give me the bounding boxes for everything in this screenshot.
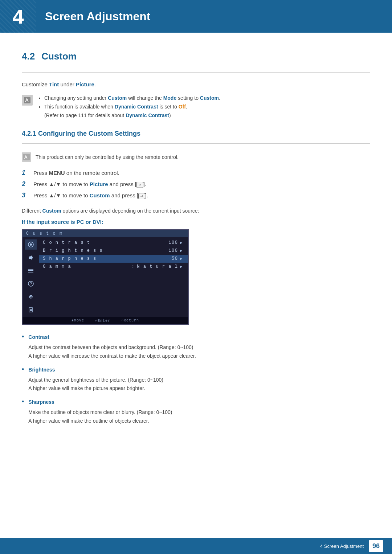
pencil-icon [23, 96, 31, 104]
menu-icons-column: ? [23, 237, 39, 317]
section-divider [22, 72, 370, 73]
footer-page-number: 96 [369, 540, 383, 552]
tint-keyword: Tint [49, 81, 59, 87]
sound-icon [27, 254, 34, 261]
picture-icon [27, 241, 34, 248]
section-heading: 4.2 Custom [22, 51, 370, 62]
menu-contrast-value: 100 ▶ [168, 240, 183, 245]
menu-contrast-arrow: ▶ [180, 241, 183, 245]
different-options-text: Different Custom options are displayed d… [22, 208, 370, 214]
info-icon [27, 306, 34, 313]
svg-rect-14 [30, 310, 32, 311]
menu-sharpness-value: 50 ▶ [172, 256, 183, 261]
menu-footer: ♦Move ⏎Enter ○Return [23, 317, 188, 324]
bullet-brightness-line1: Adjust the general brightness of the pic… [28, 376, 163, 385]
menu-icon-sound [25, 253, 37, 263]
svg-point-3 [30, 243, 32, 246]
footer-text: 4 Screen Adjustment [320, 543, 364, 549]
menu-brightness-arrow: ▶ [180, 249, 183, 253]
svg-rect-6 [28, 270, 33, 271]
menu-icon-picture [25, 239, 37, 250]
menu-gamma-text: N a t u r a l [137, 264, 178, 269]
menu-brightness-number: 100 [168, 248, 178, 253]
step-2-text: Press ▲/▼ to move to Picture and press [… [33, 181, 146, 188]
svg-rect-4 [29, 257, 30, 259]
bullet-contrast-line1: Adjust the contrast between the objects … [28, 343, 196, 352]
menu-gamma-colon: : [132, 264, 135, 269]
section-title: Custom [41, 51, 77, 62]
chapter-number: 4 [12, 5, 24, 28]
intro-paragraph: Customize Tint under Picture. [22, 81, 370, 87]
bullet-dot-contrast: • [22, 333, 24, 360]
chapter-number-box: 4 [0, 0, 36, 33]
menu-contrast-label: C o n t r a s t [43, 240, 90, 245]
bullet-items: • Contrast Adjust the contrast between t… [22, 333, 370, 425]
bullet-contrast-content: Contrast Adjust the contrast between the… [28, 333, 196, 360]
subsection-heading: 4.2.1 Configuring the Custom Settings [22, 130, 370, 138]
note-item-2: This function is available when Dynamic … [44, 103, 220, 120]
bullet-sharpness-line1: Make the outline of objects more clear o… [28, 408, 172, 417]
menu-screenshot: C u s t o m [22, 229, 189, 325]
sub-note-icon [22, 152, 31, 162]
bullet-brightness-content: Brightness Adjust the general brightness… [28, 366, 163, 393]
sub-note-text: This product can only be controlled by u… [36, 154, 179, 160]
note-box: Changing any setting under Custom will c… [22, 94, 370, 120]
input-source-heading: If the input source is PC or DVI: [22, 219, 370, 225]
menu-gamma-arrow: ▶ [180, 264, 183, 269]
svg-text:?: ? [30, 282, 32, 286]
menu-icon-setup [25, 266, 37, 276]
bullet-sharpness-line2: A higher value will make the outline of … [28, 417, 172, 426]
bullet-sharpness-label: Sharpness [28, 398, 172, 407]
svg-rect-13 [30, 309, 32, 310]
menu-row-gamma: G a m m a : N a t u r a l ▶ [39, 263, 188, 271]
menu-icon-extra2 [25, 305, 37, 315]
menu-footer-return: ○Return [121, 319, 139, 323]
svg-rect-0 [24, 97, 30, 103]
menu-gamma-value: : N a t u r a l ▶ [132, 264, 183, 269]
menu-sharpness-arrow: ▶ [180, 257, 183, 261]
svg-rect-7 [28, 272, 33, 272]
menu-icon-extra1 [25, 292, 37, 302]
menu-title: C u s t o m [23, 230, 188, 237]
subsection-divider [22, 143, 370, 144]
bullet-dot-sharpness: • [22, 398, 24, 425]
menu-rows-content: C o n t r a s t 100 ▶ B r i g h t n e s … [39, 237, 188, 317]
step-1-text: Press MENU on the remote control. [33, 170, 119, 176]
page-header: 4 Screen Adjustment [0, 0, 392, 33]
menu-footer-enter: ⏎Enter [95, 319, 110, 323]
gear-icon [27, 293, 34, 300]
menu-spacer [39, 271, 188, 284]
menu-icon-support: ? [25, 279, 37, 289]
page-footer: 4 Screen Adjustment 96 [0, 538, 392, 554]
sub-note-box: This product can only be controlled by u… [22, 152, 370, 162]
menu-contrast-number: 100 [168, 240, 178, 245]
main-content: 4.2 Custom Customize Tint under Picture.… [0, 33, 392, 455]
subsection-number: 4.2.1 [22, 130, 36, 137]
bullet-contrast: • Contrast Adjust the contrast between t… [22, 333, 370, 360]
menu-sharpness-number: 50 [172, 256, 178, 261]
menu-row-contrast: C o n t r a s t 100 ▶ [39, 239, 188, 247]
note-list: Changing any setting under Custom will c… [37, 94, 220, 120]
menu-row-sharpness: S h a r p n e s s 50 ▶ [39, 255, 188, 263]
setup-icon [27, 267, 34, 274]
pencil-icon-small [23, 153, 30, 161]
note-icon [22, 95, 33, 106]
bullet-sharpness: • Sharpness Make the outline of objects … [22, 398, 370, 425]
bullet-brightness-line2: A higher value will make the picture app… [28, 384, 163, 393]
bullet-dot-brightness: • [22, 366, 24, 393]
section-number: 4.2 [22, 51, 35, 62]
menu-body: ? [23, 237, 188, 317]
note-item-2b: (Refer to page 111 for details about Dyn… [44, 112, 171, 118]
svg-rect-12 [29, 308, 33, 312]
menu-brightness-label: B r i g h t n e s s [43, 248, 103, 253]
menu-row-brightness: B r i g h t n e s s 100 ▶ [39, 247, 188, 255]
svg-point-11 [30, 296, 32, 297]
picture-keyword: Picture [76, 81, 94, 87]
menu-gamma-label: G a m m a [43, 264, 71, 269]
menu-brightness-value: 100 ▶ [168, 248, 183, 253]
step-3-text: Press ▲/▼ to move to Custom and press [⏎… [33, 192, 148, 199]
support-icon: ? [27, 280, 34, 287]
subsection-title: Configuring the Custom Settings [38, 130, 140, 137]
chapter-title: Screen Adjustment [36, 10, 150, 23]
step-3: 3 Press ▲/▼ to move to Custom and press … [22, 192, 370, 199]
